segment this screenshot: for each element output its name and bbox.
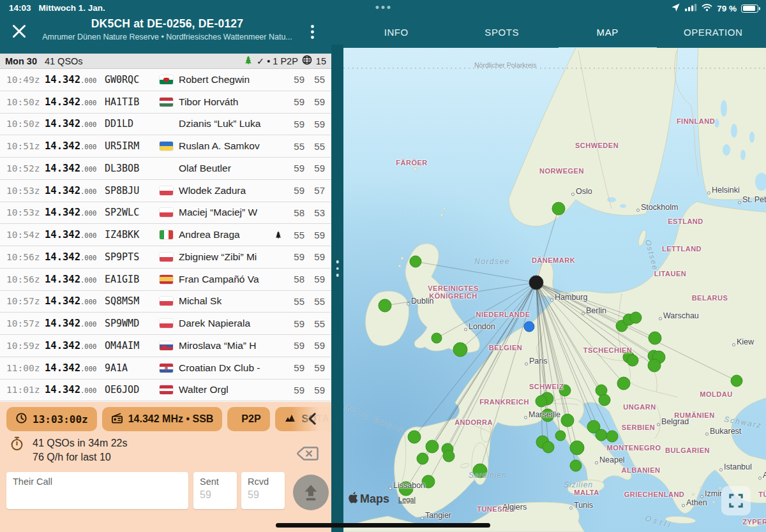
log-row[interactable]: 10:56z14.342.000EA1GIBFran Campañó Va585… — [0, 269, 331, 291]
their-call-field[interactable]: Their Call — [6, 472, 188, 509]
qso-contact-dot[interactable] — [555, 431, 566, 441]
rst-sent: 59 — [284, 318, 304, 329]
qso-contact-dot[interactable] — [552, 202, 565, 215]
qso-contact-dot[interactable] — [570, 460, 582, 471]
log-row[interactable]: 11:00z14.342.0009A1ACroatian Dx Club -59… — [0, 357, 331, 380]
rst-rcvd: 59 — [304, 96, 325, 107]
qso-frequency: 14.342.000 — [45, 185, 105, 196]
menu-kebab-button[interactable] — [307, 25, 317, 39]
p2p-summary: ✓ • 1 P2P — [257, 56, 298, 66]
qso-contact-dot[interactable] — [541, 409, 554, 422]
qso-contact-dot[interactable] — [453, 343, 467, 357]
qso-contact-dot[interactable] — [617, 377, 630, 390]
qso-contact-dot[interactable] — [559, 385, 571, 396]
qso-contact-dot[interactable] — [630, 312, 642, 323]
location-arrow-icon — [671, 3, 680, 14]
qso-callsign: DL3BOB — [105, 163, 160, 174]
radio-icon — [111, 412, 123, 427]
log-row[interactable]: 10:50z14.342.000HA1TIBTibor Horváth5959 — [0, 91, 331, 114]
log-row[interactable]: 10:50z14.342.000DD1LDDzianis “Luk” Luka5… — [0, 114, 331, 136]
qso-callsign: SQ8MSM — [105, 295, 160, 307]
rst-rcvd-field[interactable]: Rcvd 59 — [241, 472, 285, 509]
qso-frequency: 14.342.000 — [45, 295, 105, 307]
qso-contact-dot[interactable] — [443, 450, 454, 462]
backspace-button[interactable] — [296, 445, 319, 464]
panel-divider[interactable] — [331, 45, 343, 532]
log-row[interactable]: 10:49z14.342.000GW0RQCRobert Chegwin5955 — [0, 69, 331, 91]
p2p-chip[interactable]: P2P — [227, 407, 269, 431]
qso-frequency: 14.342.000 — [45, 274, 105, 285]
qso-time: 11:01z — [6, 385, 45, 395]
qso-callsign: OE6JOD — [105, 384, 160, 395]
qso-contact-dot[interactable] — [599, 394, 610, 406]
qso-contact-dot[interactable] — [570, 441, 584, 455]
qso-contact-dot[interactable] — [648, 359, 661, 372]
qso-contact-dot[interactable] — [379, 299, 391, 312]
home-indicator[interactable] — [276, 523, 490, 528]
qso-contact-dot[interactable] — [410, 256, 421, 267]
tab-spots[interactable]: SPOTS — [449, 17, 555, 48]
qso-contact-dot[interactable] — [422, 475, 435, 488]
country-flag-icon — [160, 385, 179, 394]
log-row[interactable]: 10:56z14.342.000SP9PTSZbigniew “Zibi” Mi… — [0, 246, 331, 269]
qso-name: Walter Orgl — [179, 384, 273, 395]
divider-grip[interactable] — [336, 260, 339, 277]
rst-rcvd: 59 — [304, 163, 325, 174]
fullscreen-button[interactable] — [721, 486, 751, 515]
log-row[interactable]: 10:57z14.342.000SQ8MSMMichal Sk5555 — [0, 291, 331, 313]
country-flag-icon — [160, 319, 179, 328]
country-flag-icon — [160, 341, 179, 350]
qso-contact-dot[interactable] — [432, 333, 442, 343]
log-row[interactable]: 10:53z14.342.000SP2WLCMaciej “Maciej” W5… — [0, 202, 331, 225]
chevron-left-icon[interactable] — [308, 413, 316, 427]
freq-mode-chip[interactable]: 14.342 MHz • SSB — [102, 407, 223, 431]
time-chip[interactable]: 13:03:00z — [6, 407, 97, 431]
tab-map[interactable]: MAP — [555, 17, 661, 48]
log-row[interactable]: 11:01z14.342.000OE6JODWalter Orgl5959 — [0, 380, 331, 402]
country-flag-icon — [160, 208, 179, 217]
qso-contact-dot[interactable] — [543, 441, 554, 453]
spotter-dot[interactable] — [524, 321, 534, 332]
rcvd-value: 59 — [248, 489, 278, 501]
page-title: DK5CH at DE-0256, DE-0127 — [24, 17, 311, 31]
qso-name: Darek Napierala — [179, 318, 273, 329]
upload-button[interactable] — [293, 475, 329, 510]
legal-link[interactable]: Legal — [398, 496, 416, 503]
qso-contact-dot[interactable] — [627, 355, 638, 366]
log-row[interactable]: 10:59z14.342.000OM4AIMMiroslava “Mia” H5… — [0, 335, 331, 357]
log-row[interactable]: 10:52z14.342.000DL3BOBOlaf Beutler5959 — [0, 158, 331, 180]
home-station-dot[interactable] — [529, 276, 543, 290]
rst-sent: 59 — [284, 251, 304, 262]
rst-sent-field[interactable]: Sent 59 — [193, 472, 237, 509]
log-row[interactable]: 10:54z14.342.000IZ4BKKAndrea Braga5559 — [0, 224, 331, 246]
qso-callsign: OM4AIM — [105, 340, 160, 351]
qso-name: Dzianis “Luk” Luka — [179, 118, 273, 129]
rst-rcvd: 53 — [304, 207, 325, 218]
qso-frequency: 14.342.000 — [45, 362, 105, 374]
qso-contact-dot[interactable] — [426, 440, 439, 453]
rst-sent: 59 — [284, 185, 304, 196]
log-panel: Mon 30 41 QSOs ✓ • 1 P2P 15 10:49z14.342… — [0, 54, 331, 402]
log-day-header[interactable]: Mon 30 41 QSOs ✓ • 1 P2P 15 — [0, 54, 331, 69]
qso-contact-dot[interactable] — [596, 429, 607, 441]
map[interactable]: FINNLANDSCHWEDENNORWEGENFÄRÖERESTLANDLET… — [343, 48, 766, 532]
tab-operation[interactable]: OPERATION — [661, 17, 766, 48]
qso-contact-dot[interactable] — [536, 395, 547, 407]
log-row[interactable]: 10:53z14.342.000SP8BJUWlodek Zadura5957 — [0, 180, 331, 202]
qso-name: Olaf Beutler — [179, 163, 273, 174]
qso-contact-dot[interactable] — [417, 453, 428, 464]
log-row[interactable]: 10:51z14.342.000UR5IRMRuslan A. Samkov55… — [0, 135, 331, 158]
status-time: 14:03 — [9, 3, 31, 13]
tab-info[interactable]: INFO — [343, 17, 449, 48]
qso-contact-dot[interactable] — [649, 332, 661, 344]
rst-sent: 59 — [284, 74, 304, 85]
qso-contact-dot[interactable] — [561, 414, 574, 427]
qso-contact-dot[interactable] — [731, 375, 742, 387]
qso-contact-dot[interactable] — [606, 431, 618, 442]
rst-sent: 59 — [284, 96, 304, 107]
sota-chip[interactable]: SOTA — [275, 407, 331, 431]
log-row[interactable]: 10:57z14.342.000SP9WMDDarek Napierala595… — [0, 313, 331, 335]
qso-contact-dot[interactable] — [408, 431, 421, 443]
qso-contact-dot[interactable] — [473, 464, 487, 478]
rst-rcvd: 59 — [304, 362, 325, 373]
